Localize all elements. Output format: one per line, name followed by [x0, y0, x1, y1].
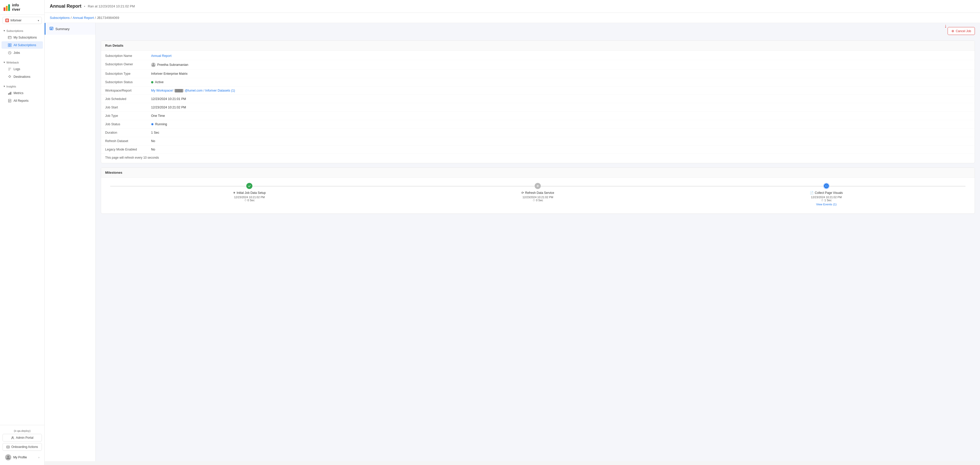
status-active-label: Active [155, 80, 164, 84]
profile-chevron-icon: › [38, 456, 39, 459]
page-title: Annual Report [50, 3, 81, 9]
value-subscription-name: Annual Report [151, 54, 172, 58]
sidebar-item-all-reports[interactable]: All Reports [2, 97, 43, 104]
breadcrumb-subscriptions[interactable]: Subscriptions [50, 16, 70, 20]
page-header: Annual Report • Ran at 12/23/2024 10:21:… [45, 0, 980, 13]
svg-rect-12 [9, 93, 10, 95]
status-running-label: Running [155, 122, 167, 126]
milestone-label-2: ⟳ Refresh Data Service [522, 191, 554, 195]
workspace-report-link[interactable]: My Workspace/ ████ @lumel.com / Inforive… [151, 89, 235, 92]
svg-rect-6 [8, 44, 10, 45]
sidebar-item-logs[interactable]: Logs [2, 65, 43, 73]
logo-icon [3, 4, 10, 11]
breadcrumb-job-id: JB1734984069 [97, 16, 119, 20]
detail-row-legacy-mode: Legacy Mode Enabled No [101, 145, 975, 154]
milestones-content: ✈ Initial Job Data Setup 12/23/2024 10:2… [101, 178, 975, 214]
breadcrumb-annual-report[interactable]: Annual Report [73, 16, 94, 20]
value-job-scheduled: 12/23/2024 10:21:01 PM [151, 97, 186, 101]
writeback-header[interactable]: ▾ Writeback [0, 59, 45, 65]
svg-rect-1 [7, 19, 8, 21]
milestone-time-3: 12/23/2024 10:21:02 PM [811, 196, 842, 199]
value-subscription-owner: Preetha Subramanian [151, 62, 188, 67]
workspace-chevron-icon: ▾ [38, 19, 39, 22]
detail-row-duration: Duration 1 Sec [101, 129, 975, 137]
my-subscriptions-icon [8, 35, 11, 39]
chevron-down-icon-insights: ▾ [3, 85, 5, 88]
writeback-section: ▾ Writeback Logs Destinations [0, 58, 45, 82]
label-subscription-name: Subscription Name [105, 54, 151, 58]
value-subscription-status: Active [151, 80, 164, 84]
workspace-selector[interactable]: Inforiver ▾ [3, 17, 42, 24]
detail-row-workspace-report: Workspace/Report My Workspace/ ████ @lum… [101, 86, 975, 95]
milestone-icon-3: 📄 [810, 191, 814, 195]
admin-portal-button[interactable]: Admin Portal [3, 434, 42, 441]
milestone-circle-3 [823, 183, 829, 189]
summary-icon [49, 27, 53, 31]
subscriptions-header[interactable]: ▾ Subscriptions [0, 27, 45, 33]
logo-area: info river [0, 0, 45, 15]
svg-rect-4 [8, 36, 11, 39]
svg-point-21 [153, 63, 154, 65]
content-columns: Summary ↓ ⊗ Cancel Job Run Details Subsc… [45, 23, 980, 461]
milestone-label-1: ✈ Initial Job Data Setup [233, 191, 266, 195]
detail-row-job-start: Job Start 12/23/2024 10:21:02 PM [101, 103, 975, 112]
milestone-duration-1: ⏱ 0 Sec [244, 199, 255, 202]
sidebar-item-destinations[interactable]: Destinations [2, 73, 43, 80]
svg-rect-2 [6, 21, 7, 22]
summary-item[interactable]: Summary [45, 23, 95, 35]
sidebar-item-my-subscriptions[interactable]: My Subscriptions [2, 34, 43, 41]
all-subscriptions-icon [8, 43, 11, 47]
view-events-link[interactable]: View Events (1) [816, 203, 837, 206]
milestone-circle-2 [535, 183, 541, 189]
insights-header[interactable]: ▾ Insights [0, 83, 45, 89]
label-job-type: Job Type [105, 114, 151, 117]
milestones-header: Milestones [101, 168, 975, 178]
label-job-scheduled: Job Scheduled [105, 97, 151, 101]
label-subscription-status: Subscription Status [105, 80, 151, 84]
detail-row-job-status: Job Status Running [101, 120, 975, 129]
label-workspace-report: Workspace/Report [105, 89, 151, 92]
detail-row-subscription-owner: Subscription Owner Preetha Subramanian [101, 60, 975, 70]
onboarding-button[interactable]: Onboarding Actions [3, 443, 42, 451]
workspace-name: Inforiver [5, 19, 21, 22]
onboarding-icon [6, 445, 10, 449]
annual-report-link[interactable]: Annual Report [151, 54, 172, 58]
logo-text: info river [12, 3, 21, 11]
sidebar-item-jobs[interactable]: Jobs [2, 49, 43, 56]
detail-row-job-scheduled: Job Scheduled 12/23/2024 10:21:01 PM [101, 95, 975, 103]
sidebar-bottom: (ir-qa-deploy) Admin Portal Onboarding A… [0, 425, 45, 465]
my-profile-item[interactable]: My Profile › [3, 452, 42, 462]
run-details-card: Run Details Subscription Name Annual Rep… [101, 40, 975, 163]
logo-bar-orange [6, 6, 8, 11]
breadcrumb-sep-1: / [71, 16, 72, 20]
cancel-job-button[interactable]: ⊗ Cancel Job [948, 27, 975, 35]
svg-point-15 [12, 436, 13, 438]
milestone-icon-2: ⟳ [522, 191, 524, 195]
status-running-dot [151, 123, 154, 125]
cancel-job-area: ↓ ⊗ Cancel Job [101, 27, 975, 36]
svg-point-18 [7, 456, 9, 458]
milestones-card: Milestones ✈ Initial Job Data Setup [101, 167, 975, 214]
svg-rect-0 [6, 19, 7, 21]
run-details-table: Subscription Name Annual Report Subscrip… [101, 51, 975, 163]
summary-label: Summary [56, 27, 70, 31]
milestone-icon-1: ✈ [233, 191, 235, 195]
label-job-status: Job Status [105, 122, 151, 126]
milestone-time-1: 12/23/2024 10:21:02 PM [234, 196, 265, 199]
summary-column: Summary [45, 23, 96, 461]
arrow-down-indicator: ↓ [944, 23, 947, 29]
svg-point-22 [825, 185, 827, 187]
label-legacy-mode: Legacy Mode Enabled [105, 148, 151, 151]
sidebar-item-all-subscriptions[interactable]: All Subscriptions [2, 41, 43, 49]
workspace-icon [5, 19, 9, 22]
svg-rect-7 [10, 44, 11, 45]
detail-row-subscription-status: Subscription Status Active [101, 78, 975, 86]
svg-rect-3 [7, 21, 8, 22]
label-job-start: Job Start [105, 106, 151, 109]
sidebar-item-metrics[interactable]: Metrics [2, 89, 43, 97]
cancel-job-icon: ⊗ [951, 29, 954, 33]
breadcrumb: Subscriptions / Annual Report / JB173498… [45, 13, 980, 23]
milestone-label-3: 📄 Collect Page Visuals [810, 191, 843, 195]
main-content: Annual Report • Ran at 12/23/2024 10:21:… [45, 0, 980, 465]
milestone-time-2: 12/23/2024 10:21:02 PM [522, 196, 553, 199]
